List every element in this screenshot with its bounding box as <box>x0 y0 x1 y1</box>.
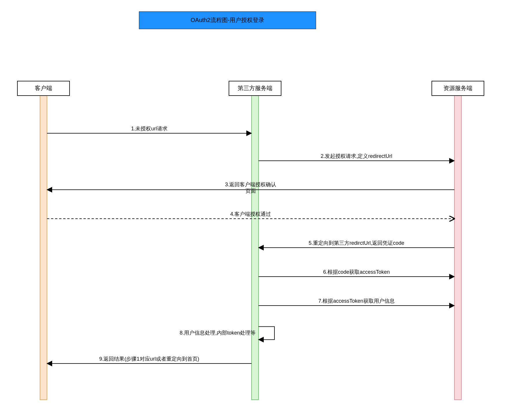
oauth2-sequence-diagram: OAuth2流程图-用户授权登录 客户端第三方服务端资源服务端 1.未授权url… <box>0 0 517 420</box>
message-9-label: 9.返回结果(步骤1对应url或者重定向到首页) <box>99 356 199 362</box>
actor-third-label: 第三方服务端 <box>238 85 272 91</box>
lifeline-resource <box>454 96 461 400</box>
message-3-label: 3.返回客户端授权确认页面 <box>225 182 276 194</box>
message-8-label: 8.用户信息处理,内部token处理等 <box>180 330 256 336</box>
message-5: 5.重定向到第三方redirctUrl,返回凭证code <box>258 240 454 248</box>
message-2: 2.发起授权请求,定义redirectUrl <box>258 153 454 161</box>
message-1: 1.未授权url请求 <box>47 126 252 133</box>
message-1-label: 1.未授权url请求 <box>131 126 167 132</box>
actor-third: 第三方服务端 <box>229 81 281 96</box>
actor-resource: 资源服务端 <box>432 81 484 96</box>
diagram-title-text: OAuth2流程图-用户授权登录 <box>191 17 264 23</box>
lifeline-client <box>40 96 47 400</box>
message-6-label: 6.根据code获取accessToken <box>323 269 390 275</box>
message-5-label: 5.重定向到第三方redirctUrl,返回凭证code <box>309 240 404 246</box>
message-3: 3.返回客户端授权确认页面 <box>47 182 454 194</box>
diagram-title: OAuth2流程图-用户授权登录 <box>139 12 316 29</box>
message-6: 6.根据code获取accessToken <box>258 269 454 277</box>
message-7-label: 7.根据accessToken获取用户信息 <box>318 298 394 304</box>
actor-client: 客户端 <box>17 81 70 96</box>
message-8: 8.用户信息处理,内部token处理等 <box>180 327 274 340</box>
message-9: 9.返回结果(步骤1对应url或者重定向到首页) <box>47 356 252 364</box>
message-7: 7.根据accessToken获取用户信息 <box>258 298 454 306</box>
message-4: 4.客户端授权通过 <box>47 211 454 219</box>
message-2-label: 2.发起授权请求,定义redirectUrl <box>321 153 392 159</box>
message-4-label: 4.客户端授权通过 <box>230 211 271 217</box>
actor-client-label: 客户端 <box>35 85 52 91</box>
lifeline-third <box>252 96 258 400</box>
actor-resource-label: 资源服务端 <box>443 85 472 91</box>
